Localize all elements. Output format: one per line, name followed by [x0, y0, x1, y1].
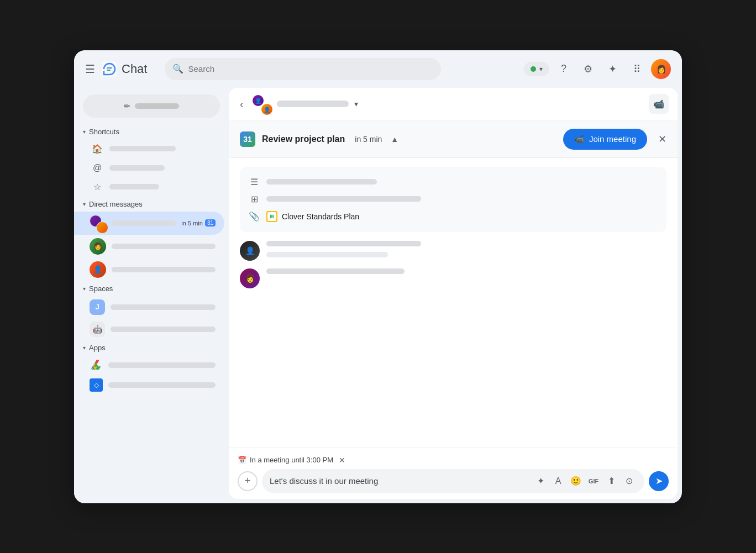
input-tools: ✦ A 🙂 GIF ⬆ ⊙ [533, 473, 637, 489]
dm-badge: in 5 min 31 [181, 219, 216, 227]
send-button[interactable]: ➤ [649, 471, 669, 491]
attachment-row-3: 📎 ⊞ Clover Standards Plan [249, 208, 658, 225]
top-bar: ☰ Chat 🔍 ▾ ? ⚙ ✦ ⠿ [74, 50, 682, 88]
message-input-wrapper: ✦ A 🙂 GIF ⬆ ⊙ [262, 469, 644, 493]
apps-button[interactable]: ⠿ [627, 59, 647, 79]
msg-text-bar-1b [266, 252, 388, 257]
shortcuts-label: Shortcuts [89, 128, 119, 136]
star-icon: ☆ [92, 182, 103, 192]
message-bubble-2 [266, 268, 405, 274]
calendar-icon: 31 [240, 131, 255, 147]
chevron-down-icon: ▾ [539, 65, 543, 73]
compose-icon: ✏ [124, 102, 130, 110]
logo-area: Chat [102, 61, 147, 77]
top-bar-actions: ▾ ? ⚙ ✦ ⠿ 👩 [524, 59, 671, 79]
new-chat-button[interactable]: ✏ [83, 94, 220, 118]
apps-section-header[interactable]: ▾ Apps [74, 340, 229, 355]
sparkle-button[interactable]: ✦ [533, 473, 548, 489]
emoji-button[interactable]: 🙂 [568, 473, 584, 489]
space-name-bar-2 [111, 326, 216, 332]
user-avatar-button[interactable]: 👩 [651, 59, 671, 79]
space-item-bot[interactable]: 🤖 [74, 318, 224, 340]
dm-item-active[interactable]: in 5 min 31 [74, 212, 224, 235]
paperclip-icon: 📎 [249, 211, 260, 222]
apps-section-label: Apps [89, 344, 106, 352]
dm-section-header[interactable]: ▾ Direct messages [74, 197, 229, 212]
menu-icon[interactable]: ☰ [85, 62, 95, 76]
search-icon: 🔍 [172, 64, 183, 74]
attachment-text-bar-1 [266, 179, 377, 185]
input-area: 📅 In a meeting until 3:00 PM ✕ + ✦ A 🙂 G… [229, 447, 678, 499]
upload-button[interactable]: ⬆ [603, 473, 619, 489]
attachment-row-1: ☰ [249, 173, 658, 191]
dm-section-label: Direct messages [89, 200, 143, 208]
settings-button[interactable]: ⚙ [578, 59, 598, 79]
sheets-icon: ⊞ [266, 211, 277, 222]
format-button[interactable]: A [550, 473, 566, 489]
dm-avatar-multi [90, 215, 106, 231]
expand-meeting-button[interactable]: ▲ [391, 135, 398, 144]
close-meeting-button[interactable]: ✕ [658, 133, 666, 145]
status-dot [531, 66, 536, 72]
message-row-2: 👩 [240, 268, 666, 288]
google-chat-logo [102, 61, 117, 77]
meeting-title: Review project plan [262, 134, 345, 144]
diamond-app-icon: ◇ [90, 378, 103, 392]
attachment-file[interactable]: ⊞ Clover Standards Plan [266, 211, 359, 222]
msg-text-bar-2a [266, 268, 405, 274]
video-call-button[interactable]: 📹 [649, 94, 669, 114]
new-chat-label [135, 103, 179, 109]
shortcut-starred-label [109, 184, 159, 189]
shortcuts-section-header[interactable]: ▾ Shortcuts [74, 124, 229, 139]
search-input[interactable] [188, 64, 433, 73]
add-content-button[interactable]: + [238, 471, 258, 491]
meeting-status-close[interactable]: ✕ [339, 456, 345, 465]
drive-icon [90, 359, 103, 372]
user-avatar: 👩 [651, 59, 671, 79]
chevron-icon: ▾ [83, 345, 86, 351]
chat-header-chevron[interactable]: ▾ [354, 99, 358, 108]
svg-rect-2 [107, 70, 111, 71]
chat-header-avatars: 👤 👤 [251, 94, 271, 114]
gif-button[interactable]: GIF [586, 473, 601, 489]
space-item-j[interactable]: J [74, 296, 224, 318]
messages-area: ☰ ⊞ 📎 ⊞ Clover Standards Plan [229, 158, 678, 447]
app-item-diamond[interactable]: ◇ [74, 375, 224, 395]
shortcut-item-home[interactable]: 🏠 [74, 139, 224, 159]
dm-avatar-3: 👤 [90, 261, 106, 278]
shortcut-item-starred[interactable]: ☆ [74, 177, 224, 197]
join-meeting-button[interactable]: 📹 Join meeting [563, 129, 647, 150]
more-options-button[interactable]: ⊙ [621, 473, 637, 489]
app-name-bar-drive [108, 362, 216, 368]
spaces-section-header[interactable]: ▾ Spaces [74, 281, 229, 296]
search-bar[interactable]: 🔍 [165, 58, 441, 80]
mention-icon: @ [92, 163, 103, 173]
shortcut-mention-label [109, 165, 165, 171]
gemini-button[interactable]: ✦ [602, 59, 622, 79]
dm-item-2[interactable]: 👩 [74, 235, 224, 258]
dm-avatar-2: 👩 [90, 238, 106, 255]
back-button[interactable]: ‹ [238, 96, 246, 113]
help-button[interactable]: ? [554, 59, 574, 79]
msg-text-bar-1a [266, 241, 421, 246]
input-row: + ✦ A 🙂 GIF ⬆ ⊙ ➤ [238, 469, 669, 493]
file-name: Clover Standards Plan [282, 212, 359, 221]
shortcut-item-mention[interactable]: @ [74, 159, 224, 177]
message-avatar-1: 👤 [240, 241, 260, 261]
app-item-drive[interactable] [74, 355, 224, 375]
chevron-icon: ▾ [83, 286, 86, 292]
shortcut-home-label [109, 146, 176, 151]
sidebar: ✏ ▾ Shortcuts 🏠 @ ☆ ▾ [74, 88, 229, 503]
chat-header-name [277, 101, 349, 107]
dm-item-3[interactable]: 👤 [74, 258, 224, 281]
chevron-icon: ▾ [83, 201, 86, 207]
meeting-status-icon: 📅 [238, 456, 246, 464]
message-input[interactable] [270, 476, 529, 486]
message-row-1: 👤 [240, 241, 666, 261]
message-bubble-1 [266, 241, 421, 257]
app-title: Chat [122, 62, 147, 76]
svg-rect-1 [107, 67, 112, 69]
status-button[interactable]: ▾ [524, 62, 549, 76]
space-name-bar-1 [111, 304, 216, 310]
space-avatar-j: J [90, 299, 105, 315]
